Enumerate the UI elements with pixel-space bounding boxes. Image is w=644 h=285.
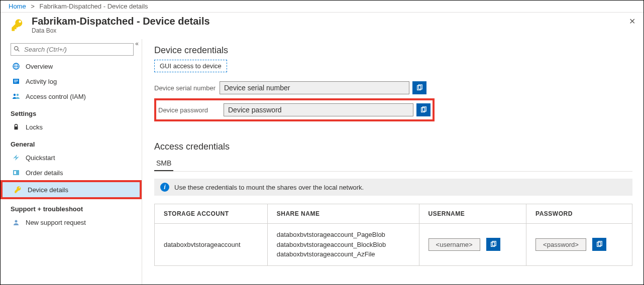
device-serial-row: Device serial number bbox=[154, 81, 632, 94]
tab-smb[interactable]: SMB bbox=[154, 156, 173, 171]
access-tabs: SMB bbox=[154, 156, 632, 172]
gui-access-badge[interactable]: GUI access to device bbox=[154, 60, 227, 72]
table-row: databoxbvtstorageaccount databoxbvtstora… bbox=[155, 224, 632, 266]
collapse-sidebar-icon[interactable]: « bbox=[135, 40, 139, 47]
copy-icon bbox=[490, 241, 497, 248]
breadcrumb-current: Fabrikam-Dispatched - Device details bbox=[40, 3, 148, 10]
copy-icon bbox=[420, 106, 427, 113]
sidebar-item-label: New support request bbox=[26, 219, 86, 226]
info-icon: i bbox=[160, 183, 169, 192]
sidebar-item-locks[interactable]: Locks bbox=[1, 119, 142, 134]
sidebar-item-label: Quickstart bbox=[26, 154, 55, 162]
breadcrumb-separator: > bbox=[31, 3, 35, 10]
sidebar-item-new-support-request[interactable]: New support request bbox=[1, 215, 142, 230]
share-name: databoxbvtstorageaccount_AzFile bbox=[277, 249, 410, 259]
quickstart-icon bbox=[12, 154, 21, 162]
activity-log-icon bbox=[12, 77, 21, 85]
support-icon bbox=[12, 218, 21, 226]
close-button[interactable]: ✕ bbox=[629, 17, 635, 26]
order-details-icon bbox=[12, 169, 21, 177]
page-subtitle: Data Box bbox=[32, 27, 210, 34]
col-username: USERNAME bbox=[419, 204, 526, 224]
sidebar-item-access-control[interactable]: Access control (IAM) bbox=[1, 89, 142, 104]
device-serial-label: Device serial number bbox=[154, 84, 220, 92]
search-icon bbox=[14, 46, 20, 54]
breadcrumb: Home > Fabrikam-Dispatched - Device deta… bbox=[1, 1, 643, 13]
lock-icon bbox=[12, 123, 21, 131]
copy-password-button[interactable] bbox=[416, 103, 431, 116]
sidebar-item-label: Device details bbox=[28, 186, 68, 194]
share-name: databoxbvtstorageaccount_BlockBlob bbox=[277, 240, 410, 250]
sidebar-item-order-details[interactable]: Order details bbox=[1, 165, 142, 180]
sidebar-section-settings: Settings bbox=[1, 104, 142, 119]
copy-icon bbox=[596, 241, 603, 248]
username-pill: <username> bbox=[428, 238, 480, 251]
sidebar-item-quickstart[interactable]: Quickstart bbox=[1, 150, 142, 165]
copy-username-button[interactable] bbox=[486, 238, 500, 251]
cell-password: <password> bbox=[526, 224, 632, 266]
sidebar-item-device-details[interactable]: Device details bbox=[3, 182, 140, 197]
share-name: databoxbvtstorageaccount_PageBlob bbox=[277, 230, 410, 240]
device-serial-input[interactable] bbox=[220, 81, 409, 94]
svg-rect-6 bbox=[14, 80, 18, 80]
sidebar-item-label: Access control (IAM) bbox=[26, 93, 86, 100]
svg-point-9 bbox=[14, 94, 16, 96]
page-header: Fabrikam-Dispatched - Device details Dat… bbox=[1, 13, 643, 39]
sidebar: « Overview Activity log Access control (… bbox=[1, 39, 142, 284]
sidebar-item-label: Locks bbox=[26, 123, 43, 131]
col-password: PASSWORD bbox=[526, 204, 632, 224]
col-storage-account: STORAGE ACCOUNT bbox=[155, 204, 268, 224]
breadcrumb-home[interactable]: Home bbox=[9, 3, 26, 10]
copy-serial-button[interactable] bbox=[412, 81, 426, 94]
globe-icon bbox=[12, 62, 21, 70]
sidebar-section-support: Support + troubleshoot bbox=[1, 199, 142, 215]
main-content: Device credentials GUI access to device … bbox=[142, 39, 643, 284]
col-share-name: SHARE NAME bbox=[267, 204, 419, 224]
highlight-device-details: Device details bbox=[1, 180, 142, 199]
people-icon bbox=[12, 92, 21, 100]
sidebar-item-activity-log[interactable]: Activity log bbox=[1, 74, 142, 89]
device-password-label: Device password bbox=[158, 106, 224, 114]
copy-icon bbox=[416, 84, 423, 91]
svg-rect-13 bbox=[14, 171, 16, 174]
sidebar-section-general: General bbox=[1, 134, 142, 150]
sidebar-item-label: Activity log bbox=[26, 78, 57, 85]
cell-share-names: databoxbvtstorageaccount_PageBlob databo… bbox=[267, 224, 419, 266]
cell-username: <username> bbox=[419, 224, 526, 266]
sidebar-item-overview[interactable]: Overview bbox=[1, 59, 142, 74]
svg-rect-11 bbox=[15, 126, 18, 129]
device-password-input[interactable] bbox=[224, 103, 413, 116]
sidebar-item-label: Order details bbox=[26, 169, 63, 177]
sidebar-item-label: Overview bbox=[26, 63, 53, 70]
copy-row-password-button[interactable] bbox=[592, 238, 606, 251]
key-icon bbox=[10, 17, 26, 33]
cell-storage-account: databoxbvtstorageaccount bbox=[155, 224, 268, 266]
svg-line-1 bbox=[18, 50, 19, 51]
svg-point-0 bbox=[15, 47, 18, 50]
credentials-table: STORAGE ACCOUNT SHARE NAME USERNAME PASS… bbox=[154, 204, 632, 266]
highlight-device-password: Device password bbox=[154, 98, 435, 121]
device-credentials-title: Device credentials bbox=[154, 45, 632, 56]
svg-point-10 bbox=[17, 94, 19, 96]
page-title: Fabrikam-Dispatched - Device details bbox=[32, 16, 210, 27]
svg-rect-7 bbox=[14, 81, 18, 81]
access-credentials-title: Access credentials bbox=[154, 141, 632, 152]
info-text: Use these credentials to mount the share… bbox=[174, 184, 364, 191]
info-banner: i Use these credentials to mount the sha… bbox=[154, 179, 632, 196]
svg-rect-8 bbox=[14, 82, 17, 82]
password-pill: <password> bbox=[535, 238, 586, 251]
sidebar-search-input[interactable] bbox=[11, 43, 134, 56]
svg-point-14 bbox=[15, 220, 18, 223]
key-small-icon bbox=[14, 186, 23, 194]
